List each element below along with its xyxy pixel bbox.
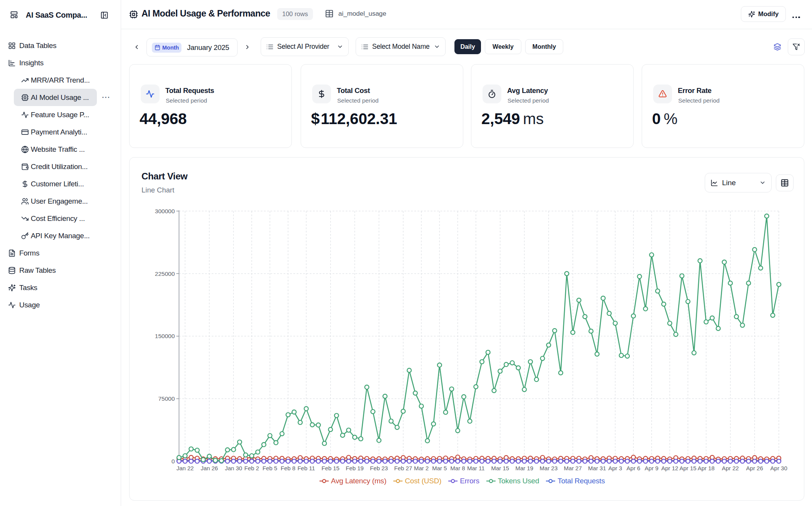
svg-text:Apr 15: Apr 15 xyxy=(679,465,696,471)
svg-text:75000: 75000 xyxy=(158,395,175,402)
svg-text:Feb 27: Feb 27 xyxy=(394,465,412,471)
svg-text:Apr 6: Apr 6 xyxy=(627,465,641,471)
svg-text:Apr 18: Apr 18 xyxy=(697,465,714,471)
svg-text:Feb 2: Feb 2 xyxy=(245,465,259,471)
svg-text:Feb 11: Feb 11 xyxy=(298,465,315,471)
svg-text:Mar 5: Mar 5 xyxy=(432,465,447,471)
svg-text:Jan 26: Jan 26 xyxy=(201,465,218,471)
svg-text:Mar 23: Mar 23 xyxy=(540,465,558,471)
svg-text:Feb 19: Feb 19 xyxy=(346,465,364,471)
svg-text:Feb 5: Feb 5 xyxy=(263,465,277,471)
svg-text:Apr 30: Apr 30 xyxy=(770,465,787,471)
svg-text:Mar 8: Mar 8 xyxy=(450,465,465,471)
svg-text:Feb 23: Feb 23 xyxy=(370,465,388,471)
svg-text:Feb 15: Feb 15 xyxy=(321,465,339,471)
svg-text:300000: 300000 xyxy=(155,208,175,214)
svg-text:Apr 26: Apr 26 xyxy=(746,465,763,471)
svg-text:Mar 31: Mar 31 xyxy=(588,465,606,471)
svg-text:Apr 12: Apr 12 xyxy=(661,465,678,471)
svg-text:Mar 27: Mar 27 xyxy=(564,465,582,471)
svg-text:Apr 3: Apr 3 xyxy=(608,465,622,471)
svg-text:Mar 11: Mar 11 xyxy=(467,465,485,471)
svg-text:150000: 150000 xyxy=(155,333,175,339)
svg-text:Jan 30: Jan 30 xyxy=(225,465,242,471)
svg-text:Jan 22: Jan 22 xyxy=(176,465,194,471)
svg-text:Apr 22: Apr 22 xyxy=(722,465,739,471)
svg-text:225000: 225000 xyxy=(155,270,175,277)
svg-text:Feb 8: Feb 8 xyxy=(281,465,295,471)
svg-text:Apr 9: Apr 9 xyxy=(645,465,659,471)
svg-text:Mar 2: Mar 2 xyxy=(414,465,429,471)
svg-text:Mar 19: Mar 19 xyxy=(515,465,533,471)
svg-text:Mar 15: Mar 15 xyxy=(491,465,509,471)
svg-text:0: 0 xyxy=(171,458,175,465)
